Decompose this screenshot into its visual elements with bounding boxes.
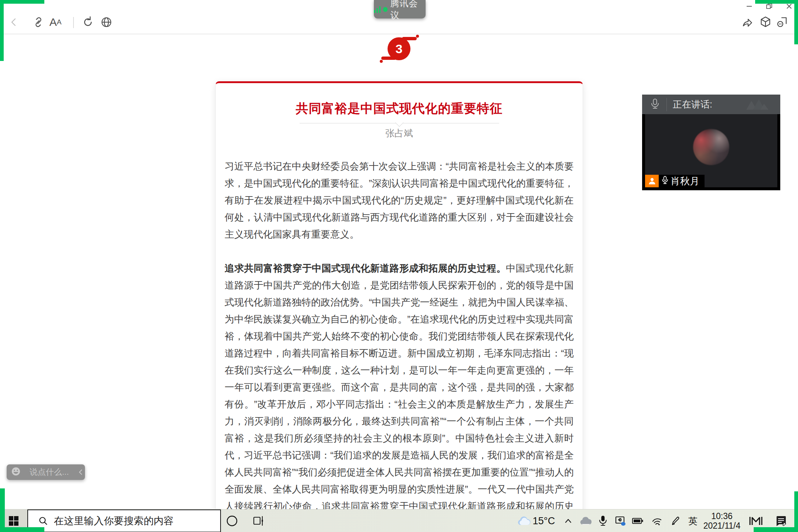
open-in-browser-button[interactable] <box>98 14 115 30</box>
meeting-chat-bar[interactable]: 说点什么... <box>7 464 85 480</box>
task-view-button[interactable] <box>245 509 273 532</box>
back-button[interactable] <box>6 14 22 30</box>
tray-mic-icon <box>598 515 607 526</box>
windows-logo-icon <box>8 516 19 526</box>
share-arrow-icon <box>741 16 754 29</box>
minimize-icon <box>745 2 753 12</box>
speaker-name: 肖秋月 <box>671 175 699 188</box>
badge-dot-decoration <box>416 35 419 38</box>
speaker-video-tile[interactable]: 肖秋月 <box>642 114 780 190</box>
smiley-icon <box>11 467 21 476</box>
mini-program-button[interactable] <box>757 14 774 30</box>
signal-bars-icon <box>374 6 381 13</box>
collapse-chat-button[interactable] <box>78 468 83 476</box>
article-card: 共同富裕是中国式现代化的重要特征 张占斌 习近平总书记在中央财经委员会第十次会议… <box>215 81 583 532</box>
refresh-icon <box>82 16 94 28</box>
header-divider <box>666 98 667 111</box>
weather-cloud-icon <box>517 515 531 526</box>
article-number-badge: 3 <box>386 36 412 61</box>
show-hidden-icons-button[interactable] <box>559 509 577 532</box>
speaker-mic-icon <box>662 176 668 186</box>
speaking-status-label: 正在讲话: <box>673 98 712 110</box>
screen: AA <box>0 0 798 532</box>
speaker-panel-header[interactable]: 正在讲话: <box>642 95 780 114</box>
tray-wifi-button[interactable] <box>648 509 665 532</box>
close-icon <box>785 2 793 12</box>
speaker-avatar <box>693 129 729 165</box>
badge-dot-decoration <box>380 60 383 63</box>
tencent-meeting-logo-watermark-icon <box>746 98 770 113</box>
cube-icon <box>759 16 772 29</box>
tray-battery-button[interactable] <box>629 509 646 532</box>
link-icon <box>32 16 45 28</box>
person-icon <box>648 177 656 185</box>
restore-icon <box>765 2 773 12</box>
meeting-m-logo-icon <box>748 515 763 527</box>
chevron-left-icon <box>78 468 83 476</box>
float-window-icon <box>776 16 789 29</box>
weather-widget[interactable]: 15°C <box>516 509 556 532</box>
copy-link-button[interactable] <box>30 14 47 30</box>
windows-taskbar: W 15°C <box>0 509 798 532</box>
font-size-icon: A <box>50 16 57 28</box>
search-icon <box>38 516 48 526</box>
taskbar-search-box[interactable] <box>27 509 221 532</box>
restore-window-button[interactable] <box>762 1 777 13</box>
float-window-button[interactable] <box>774 14 791 30</box>
back-chevron-icon <box>8 16 20 28</box>
refresh-button[interactable] <box>80 14 96 30</box>
badge-number: 3 <box>388 37 410 60</box>
share-banner-label: 腾讯会议 <box>390 0 426 21</box>
wifi-icon <box>651 516 662 526</box>
sharing-status-dot-icon <box>383 7 388 12</box>
paragraph-bold-lead: 追求共同富裕贯穿于中国式现代化新道路形成和拓展的历史过程。 <box>225 263 506 274</box>
globe-icon <box>100 16 113 29</box>
chevron-up-icon <box>563 516 573 526</box>
microphone-icon <box>650 98 660 111</box>
battery-icon <box>632 517 644 525</box>
participant-badge <box>645 175 659 187</box>
chat-input-placeholder[interactable]: 说点什么... <box>24 467 74 478</box>
article-author: 张占斌 <box>225 127 574 139</box>
toolbar-divider <box>73 17 74 28</box>
tray-cast-button[interactable] <box>611 509 629 532</box>
article-paragraph: 习近平总书记在中央财经委员会第十次会议上强调：“共同富裕是社会主义的本质要求，是… <box>225 158 574 243</box>
tray-microphone-button[interactable] <box>594 509 611 532</box>
pen-icon <box>670 516 680 526</box>
clock-time: 10:36 <box>711 511 733 521</box>
article-paragraph: 追求共同富裕贯穿于中国式现代化新道路形成和拓展的历史过程。中国式现代化新道路源于… <box>225 260 574 532</box>
cast-screen-icon <box>614 515 626 526</box>
font-size-button[interactable]: AA <box>47 14 64 30</box>
cloud-icon <box>580 516 591 526</box>
close-window-button[interactable] <box>782 1 797 13</box>
tray-cloud-button[interactable] <box>577 509 594 532</box>
share-button[interactable] <box>740 14 756 30</box>
start-button[interactable] <box>0 509 27 532</box>
tray-meeting-button[interactable] <box>747 509 764 532</box>
task-view-icon <box>253 515 265 526</box>
speaker-nameplate: 肖秋月 <box>645 175 705 187</box>
minimize-window-button[interactable] <box>742 1 757 13</box>
taskbar-clock[interactable]: 10:36 2021/11/4 <box>701 509 743 532</box>
notification-icon <box>775 515 787 527</box>
weather-temp: 15°C <box>533 515 555 527</box>
article-title: 共同富裕是中国式现代化的重要特征 <box>225 100 574 117</box>
tray-pen-button[interactable] <box>666 509 683 532</box>
cortana-icon <box>226 515 238 527</box>
paragraph-body: 中国式现代化新道路源于中国共产党的伟大创造，是党团结带领人民探索开创的，党的领导… <box>225 263 574 529</box>
search-input[interactable] <box>53 515 217 527</box>
clock-date: 2021/11/4 <box>703 521 741 531</box>
emoji-button[interactable] <box>11 467 21 478</box>
cortana-button[interactable] <box>223 509 241 532</box>
title-underline-notch <box>395 119 403 127</box>
notification-center-button[interactable] <box>772 509 790 532</box>
title-underline <box>300 123 499 123</box>
screen-share-banner[interactable]: 腾讯会议 <box>374 0 426 18</box>
meeting-speaker-panel[interactable]: 正在讲话: 肖秋月 <box>642 95 780 190</box>
speaker-video-area: 肖秋月 <box>645 114 777 187</box>
ime-language-indicator[interactable]: 英 <box>684 509 702 532</box>
